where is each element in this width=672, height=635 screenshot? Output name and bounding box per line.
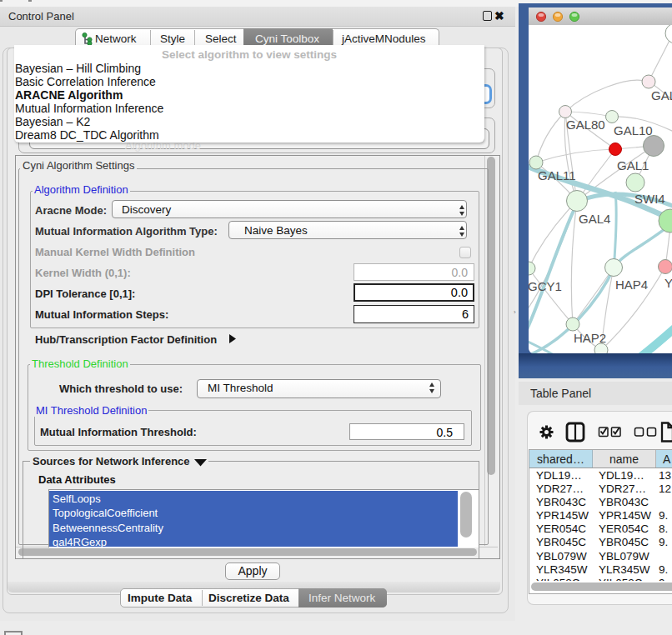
svg-text:GAL80: GAL80 (566, 118, 605, 132)
svg-text:GAL11: GAL11 (538, 168, 576, 182)
svg-text:SWI4: SWI4 (634, 192, 665, 206)
svg-text:GAL1: GAL1 (617, 158, 649, 172)
svg-text:Y: Y (664, 276, 672, 290)
svg-text:GAL10: GAL10 (614, 123, 653, 138)
svg-text:GAL4: GAL4 (579, 212, 610, 226)
svg-text:HAP4: HAP4 (615, 278, 648, 292)
svg-text:GAL: GAL (651, 88, 672, 102)
svg-text:HAP2: HAP2 (574, 331, 606, 345)
svg-text:GCY1: GCY1 (529, 279, 562, 293)
